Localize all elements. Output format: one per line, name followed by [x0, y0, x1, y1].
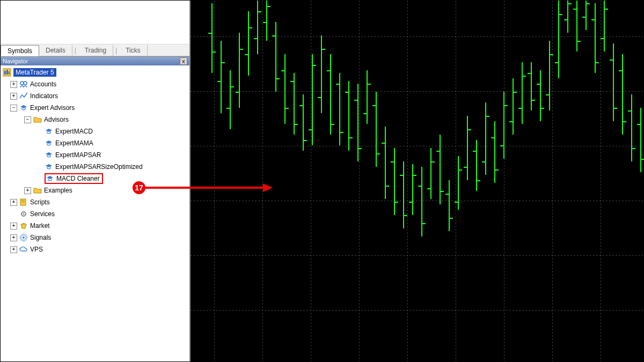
- svg-point-11: [23, 237, 25, 239]
- tree-advisors-folder[interactable]: − Advisors: [3, 114, 187, 125]
- app-window: Symbols Details | Trading | Ticks Naviga…: [0, 0, 644, 362]
- tree-label: Market: [30, 222, 50, 230]
- svg-point-10: [23, 213, 25, 215]
- accounts-icon: [19, 80, 28, 88]
- tab-details[interactable]: Details: [39, 45, 72, 56]
- tree-signals[interactable]: + Signals: [3, 232, 187, 243]
- collapse-icon[interactable]: −: [24, 116, 31, 123]
- tree-label: ExpertMAMA: [55, 139, 93, 147]
- svg-rect-8: [21, 202, 25, 202]
- tree-label: ExpertMACD: [55, 128, 93, 135]
- tree-services[interactable]: Services: [3, 208, 187, 220]
- svg-rect-7: [21, 200, 25, 201]
- tree-label: Expert Advisors: [30, 104, 75, 112]
- tree-root-label: MetaTrader 5: [13, 68, 56, 77]
- app-icon: [3, 68, 11, 77]
- folder-icon: [33, 186, 42, 195]
- tree-ea-macd-cleaner[interactable]: MACD Cleaner: [3, 173, 187, 184]
- cap-icon: [45, 151, 53, 159]
- tree-ea-mapsar[interactable]: ExpertMAPSAR: [3, 149, 187, 161]
- gear-icon: [19, 210, 28, 218]
- navigator-title-text: Navigator: [3, 57, 28, 66]
- tree-label: MACD Cleaner: [56, 175, 100, 182]
- expand-icon[interactable]: +: [24, 187, 31, 194]
- tree-label: ExpertMAPSAR: [55, 151, 101, 159]
- expand-icon[interactable]: +: [10, 81, 17, 88]
- tree-ea-mapsar-size[interactable]: ExpertMAPSARSizeOptimized: [3, 161, 187, 173]
- tree-accounts[interactable]: + Accounts: [3, 78, 187, 90]
- indicators-icon: [19, 92, 28, 100]
- tree-label: Advisors: [44, 116, 69, 123]
- tree-scripts[interactable]: + Scripts: [3, 196, 187, 208]
- close-icon[interactable]: x: [180, 57, 187, 65]
- tree-ea-mama[interactable]: ExpertMAMA: [3, 137, 187, 149]
- tab-separator: |: [72, 47, 78, 54]
- svg-point-5: [24, 82, 27, 85]
- highlighted-item[interactable]: MACD Cleaner: [45, 173, 103, 184]
- expand-icon[interactable]: +: [10, 234, 17, 241]
- tab-ticks[interactable]: Ticks: [119, 45, 148, 56]
- cloud-icon: [19, 245, 28, 254]
- tree-ea-macd[interactable]: ExpertMACD: [3, 125, 187, 137]
- svg-rect-1: [4, 71, 6, 75]
- tab-separator: |: [113, 47, 119, 54]
- svg-rect-2: [6, 70, 8, 75]
- tab-symbols[interactable]: Symbols: [1, 45, 39, 56]
- tab-trading[interactable]: Trading: [78, 45, 113, 56]
- tree-label: ExpertMAPSARSizeOptimized: [55, 163, 143, 171]
- cap-icon: [45, 127, 53, 136]
- expand-icon[interactable]: +: [10, 93, 17, 100]
- tree-vps[interactable]: + VPS: [3, 243, 187, 255]
- expand-icon[interactable]: +: [10, 199, 17, 206]
- tree-label: VPS: [30, 246, 43, 253]
- scripts-icon: [19, 198, 28, 206]
- left-pane: Symbols Details | Trading | Ticks Naviga…: [1, 1, 191, 361]
- tree-market[interactable]: + Market: [3, 220, 187, 232]
- navigator-titlebar[interactable]: Navigator x: [1, 56, 189, 65]
- folder-icon: [33, 115, 42, 124]
- tree-expert-advisors[interactable]: − Expert Advisors: [3, 102, 187, 114]
- svg-point-4: [20, 82, 24, 85]
- symbols-panel-body: [1, 1, 189, 45]
- tree-label: Scripts: [30, 198, 50, 206]
- signals-icon: [19, 233, 28, 242]
- tree-indicators[interactable]: + Indicators: [3, 90, 187, 102]
- chart-area[interactable]: [191, 1, 644, 361]
- chart-grid: [191, 1, 644, 361]
- tree-label: Accounts: [30, 80, 56, 88]
- tree-label: Indicators: [30, 92, 58, 100]
- expand-icon[interactable]: +: [10, 223, 17, 230]
- svg-rect-3: [9, 71, 10, 75]
- cap-icon: [45, 162, 53, 171]
- collapse-icon[interactable]: −: [10, 105, 17, 112]
- tree-label: Examples: [44, 187, 72, 194]
- tree-label: Signals: [30, 234, 51, 241]
- expand-icon[interactable]: +: [10, 246, 17, 253]
- navigator-tree: MetaTrader 5 + Accounts + Indicators: [1, 65, 189, 361]
- cap-icon: [45, 139, 53, 147]
- cap-icon: [19, 104, 28, 112]
- market-icon: [19, 221, 28, 230]
- tree-label: Services: [30, 210, 55, 218]
- tree-examples-folder[interactable]: + Examples: [3, 184, 187, 196]
- cap-icon: [46, 174, 54, 183]
- tab-bar: Symbols Details | Trading | Ticks: [1, 45, 189, 56]
- tree-root[interactable]: MetaTrader 5: [3, 67, 187, 78]
